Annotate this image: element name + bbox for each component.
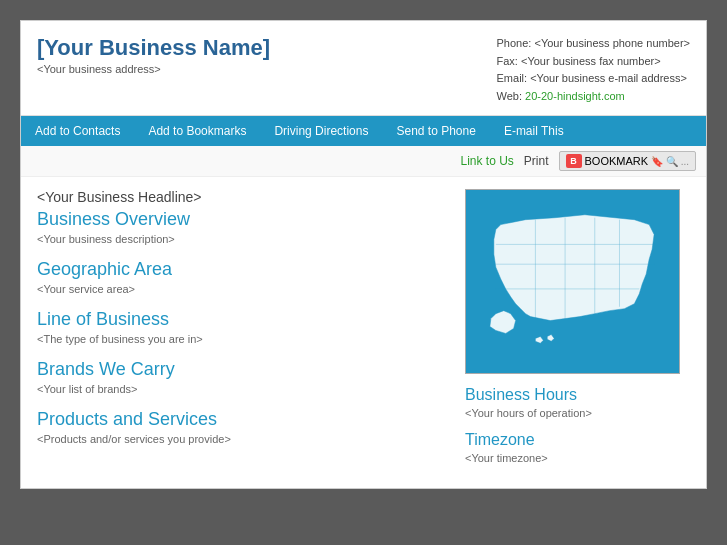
nav-add-bookmarks[interactable]: Add to Bookmarks bbox=[134, 116, 260, 146]
section-desc-2: <The type of business you are in> bbox=[37, 333, 445, 345]
bookmark-icon: B bbox=[566, 154, 582, 168]
business-hours-desc: <Your hours of operation> bbox=[465, 407, 690, 419]
section-desc-4: <Products and/or services you provide> bbox=[37, 433, 445, 445]
bookmark-label: BOOKMARK bbox=[585, 155, 649, 167]
nav-driving-directions[interactable]: Driving Directions bbox=[260, 116, 382, 146]
bookmark-button[interactable]: B BOOKMARK 🔖 🔍 ... bbox=[559, 151, 696, 171]
section-desc-3: <Your list of brands> bbox=[37, 383, 445, 395]
main-content: <Your Business Headline> Business Overvi… bbox=[21, 177, 706, 488]
nav-bar: Add to Contacts Add to Bookmarks Driving… bbox=[21, 116, 706, 146]
nav-add-contacts[interactable]: Add to Contacts bbox=[21, 116, 134, 146]
email-text: Email: <Your business e-mail address> bbox=[497, 70, 690, 88]
header-left: [Your Business Name] <Your business addr… bbox=[37, 35, 270, 75]
web-label: Web: bbox=[497, 90, 522, 102]
section-desc-0: <Your business description> bbox=[37, 233, 445, 245]
phone-text: Phone: <Your business phone number> bbox=[497, 35, 690, 53]
toolbar-row: Link to Us Print B BOOKMARK 🔖 🔍 ... bbox=[21, 146, 706, 177]
us-map-svg bbox=[466, 190, 679, 373]
section-title-3: Brands We Carry bbox=[37, 359, 445, 380]
nav-send-to-phone[interactable]: Send to Phone bbox=[382, 116, 489, 146]
section-title-0: Business Overview bbox=[37, 209, 445, 230]
bookmark-icons-extra: 🔖 🔍 ... bbox=[651, 156, 689, 167]
business-name: [Your Business Name] bbox=[37, 35, 270, 61]
page-container: [Your Business Name] <Your business addr… bbox=[20, 20, 707, 489]
business-address: <Your business address> bbox=[37, 63, 270, 75]
content-left: <Your Business Headline> Business Overvi… bbox=[37, 189, 465, 476]
link-to-us[interactable]: Link to Us bbox=[460, 154, 513, 168]
business-headline: <Your Business Headline> bbox=[37, 189, 445, 205]
header-right: Phone: <Your business phone number> Fax:… bbox=[497, 35, 690, 105]
header: [Your Business Name] <Your business addr… bbox=[21, 21, 706, 116]
section-title-2: Line of Business bbox=[37, 309, 445, 330]
us-map-container bbox=[465, 189, 680, 374]
nav-email-this[interactable]: E-mail This bbox=[490, 116, 578, 146]
web-text: Web: 20-20-hindsight.com bbox=[497, 88, 690, 106]
content-right: Business Hours <Your hours of operation>… bbox=[465, 189, 690, 476]
business-hours-title: Business Hours bbox=[465, 386, 690, 404]
fax-text: Fax: <Your business fax number> bbox=[497, 53, 690, 71]
timezone-title: Timezone bbox=[465, 431, 690, 449]
web-url[interactable]: 20-20-hindsight.com bbox=[525, 90, 625, 102]
print-link[interactable]: Print bbox=[524, 154, 549, 168]
timezone-desc: <Your timezone> bbox=[465, 452, 690, 464]
section-desc-1: <Your service area> bbox=[37, 283, 445, 295]
section-title-4: Products and Services bbox=[37, 409, 445, 430]
section-title-1: Geographic Area bbox=[37, 259, 445, 280]
